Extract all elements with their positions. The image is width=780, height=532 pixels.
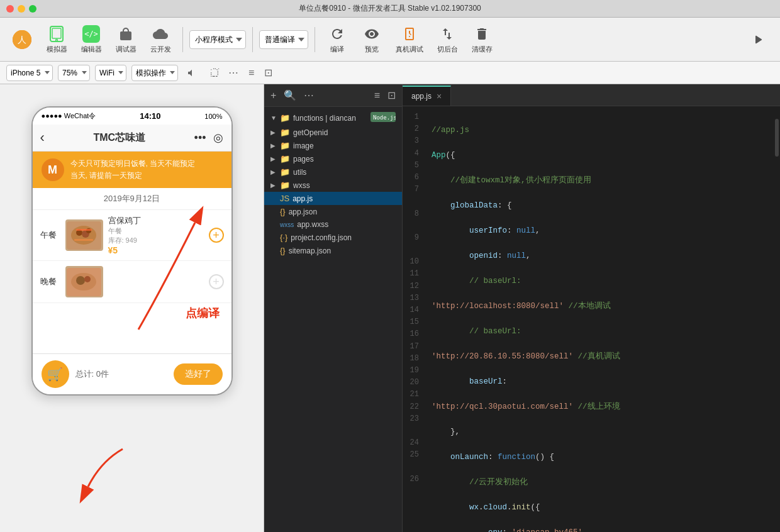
checkout-button[interactable]: 选好了 — [174, 363, 223, 385]
code-line-5: userInfo: null, — [432, 224, 767, 237]
clearcache-button[interactable]: 清缓存 — [466, 22, 498, 57]
compile-select[interactable]: 普通编译 — [259, 30, 308, 49]
code-line-11: onLaunch: function() { — [432, 451, 767, 463]
folder-arrow-getOpenid: ▶ — [270, 129, 277, 136]
cart-button[interactable]: 🛒 — [42, 360, 69, 388]
code-line-10: }, — [432, 426, 767, 438]
svg-rect-3 — [52, 28, 61, 38]
meal1-add-button[interactable]: + — [209, 228, 224, 243]
phone-status-bar: ●●●●● WeChat令 14:10 100% — [33, 108, 231, 125]
tab-appjs[interactable]: app.js × — [403, 86, 451, 106]
time: 14:10 — [140, 111, 160, 121]
nav-back-icon[interactable]: ‹ — [40, 130, 45, 146]
mode-select[interactable]: 小程序模式 — [189, 30, 246, 49]
device-select[interactable]: iPhone 5 — [6, 65, 53, 81]
window-controls[interactable] — [6, 5, 36, 13]
tree-label-projectconfig: project.config.json — [291, 233, 352, 242]
preview-button[interactable]: 预览 — [356, 22, 387, 57]
tree-label-wxss: wxss — [293, 181, 310, 190]
json-file-icon-project: {·} — [280, 233, 287, 242]
close-button[interactable] — [6, 5, 14, 13]
folder-icon-utils: 📁 — [280, 167, 290, 177]
tree-item-appjs[interactable]: JS app.js — [264, 192, 402, 205]
filetree-panel: + 🔍 ⋯ ≡ ⊡ ▼ 📁 functions | diancan Node.j… — [264, 84, 403, 532]
zoom-select[interactable]: 75% — [58, 65, 90, 81]
tree-item-sitemap[interactable]: {} sitemap.json — [264, 244, 402, 257]
network-select[interactable]: WiFi — [95, 65, 126, 81]
dinner-row: 晚餐 + — [33, 261, 231, 303]
meal1-image — [65, 219, 103, 251]
tree-label-pages: pages — [293, 155, 314, 163]
ops-select[interactable]: 模拟操作 — [131, 65, 178, 81]
sub-toolbar: iPhone 5 75% WiFi 模拟操作 ⋯ ≡ ⊡ — [0, 62, 780, 84]
backend-button[interactable]: 切后台 — [432, 22, 463, 57]
svg-point-14 — [76, 276, 85, 285]
search-files-button[interactable]: 🔍 — [284, 89, 296, 101]
line-numbers: 1 2 3 4 5 6 7 8 9 10 11 12 13 14 15 16 1… — [403, 106, 425, 532]
tree-label-utils: utils — [293, 168, 306, 177]
nav-dots-icon[interactable]: ••• — [194, 131, 206, 145]
more-button[interactable] — [742, 28, 774, 52]
tree-item-pages[interactable]: ▶ 📁 pages — [264, 152, 402, 165]
meal1-sub: 午餐 — [108, 226, 204, 236]
svg-point-15 — [84, 276, 91, 282]
cloud-label: 云开发 — [150, 45, 171, 54]
code-line-2: App({ — [432, 149, 767, 162]
realdevice-label: 真机调试 — [396, 45, 423, 54]
tree-label-appwxss: app.wxss — [297, 220, 328, 229]
banner-text: 今天只可预定明日饭餐, 当天不能预定 当天, 请提前一天预定 — [70, 158, 196, 182]
meal2-label: 晚餐 — [40, 276, 60, 287]
lunch-row: 午餐 宫保鸡丁 — [33, 210, 231, 261]
tree-item-utils[interactable]: ▶ 📁 utils — [264, 165, 402, 179]
tree-item-appwxss[interactable]: wxss app.wxss — [264, 218, 402, 231]
debugger-icon — [116, 25, 135, 43]
code-area[interactable]: 1 2 3 4 5 6 7 8 9 10 11 12 13 14 15 16 1… — [403, 106, 780, 532]
phone-frame: ●●●●● WeChat令 14:10 100% ‹ TMC芯味道 ••• ◎ — [31, 106, 233, 396]
tree-item-wxss[interactable]: ▶ 📁 wxss — [264, 179, 402, 192]
rotate-button[interactable]: ⋯ — [228, 67, 238, 79]
tree-item-appjson[interactable]: {} app.json — [264, 205, 402, 218]
screen-button[interactable] — [206, 65, 223, 81]
refresh-button[interactable]: 编译 — [321, 22, 353, 57]
separator2 — [252, 27, 253, 52]
cart-total: 总计: 0件 — [75, 369, 167, 380]
list-button[interactable]: ≡ — [248, 67, 254, 79]
split-button[interactable]: ⊡ — [264, 67, 272, 79]
tree-item-functions[interactable]: ▼ 📁 functions | diancan Node.js — [264, 110, 402, 126]
folder-icon-wxss: 📁 — [280, 180, 290, 190]
list-files-button[interactable]: ≡ — [374, 90, 380, 101]
code-line-3: //创建towxml对象,供小程序页面使用 — [432, 174, 767, 187]
more-files-button[interactable]: ⋯ — [304, 89, 314, 101]
code-line-1: //app.js — [432, 124, 767, 136]
wxss-file-icon: wxss — [280, 221, 294, 228]
add-file-button[interactable]: + — [270, 90, 276, 101]
code-line-6: openid: null, — [432, 250, 767, 262]
filetree-toolbar: + 🔍 ⋯ ≡ ⊡ — [264, 84, 402, 107]
meal2-add-button[interactable]: + — [209, 274, 224, 289]
simulator-wrapper: ●●●●● WeChat令 14:10 100% ‹ TMC芯味道 ••• ◎ — [0, 97, 264, 532]
tab-close-button[interactable]: × — [437, 91, 442, 101]
cloud-button[interactable]: 云开发 — [145, 22, 176, 57]
tree-item-image[interactable]: ▶ 📁 image — [264, 139, 402, 152]
tree-item-getOpenid[interactable]: ▶ 📁 getOpenid — [264, 126, 402, 139]
tree-item-projectconfig[interactable]: {·} project.config.json — [264, 231, 402, 244]
nav-icons: ••• ◎ — [194, 131, 224, 145]
minimize-button[interactable] — [18, 5, 25, 13]
preview-icon — [362, 25, 381, 43]
separator3 — [315, 27, 315, 52]
debugger-button[interactable]: 调试器 — [110, 22, 142, 57]
realdevice-button[interactable]: 真机调试 — [391, 22, 428, 57]
maximize-button[interactable] — [29, 5, 36, 13]
scrollbar-thumb[interactable] — [775, 119, 779, 157]
editor-button[interactable]: </> 编辑器 — [75, 22, 107, 57]
battery: 100% — [204, 113, 222, 120]
simulator-button[interactable]: 模拟器 — [41, 22, 72, 57]
code-line-9: baseUrl: — [432, 375, 767, 388]
avatar-item[interactable]: 人 — [6, 28, 38, 52]
editor-scrollbar[interactable] — [774, 106, 780, 532]
editor-tabs: app.js × — [403, 84, 780, 106]
split-files-button[interactable]: ⊡ — [387, 89, 396, 101]
nav-record-icon[interactable]: ◎ — [213, 131, 223, 145]
volume-button[interactable] — [183, 65, 201, 81]
content-spacer — [33, 303, 231, 353]
